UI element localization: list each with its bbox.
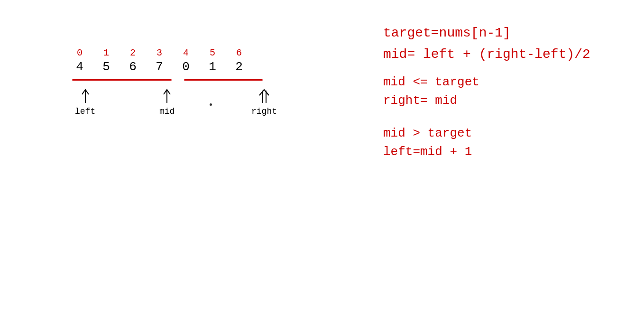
underline-right — [184, 79, 263, 81]
index-2: 2 — [130, 47, 136, 59]
array-row: 0 4 1 5 2 6 3 7 4 0 5 1 — [66, 47, 313, 74]
array-cell-4: 4 0 — [173, 47, 199, 74]
underline-left — [72, 79, 172, 81]
mid-arrow-item: mid — [159, 88, 175, 116]
formula-target: target=nums[n-1] — [383, 24, 630, 42]
array-cell-3: 3 7 — [146, 47, 173, 74]
index-4: 4 — [183, 47, 189, 59]
array-cell-1: 1 5 — [93, 47, 120, 74]
index-0: 0 — [77, 47, 83, 59]
arrows-row: left mid right — [66, 88, 313, 126]
value-4: 0 — [182, 60, 190, 74]
value-5: 1 — [209, 60, 216, 74]
formula-mid: mid= left + (right-left)/2 — [383, 45, 630, 64]
index-5: 5 — [210, 47, 215, 59]
right-label: right — [251, 107, 277, 116]
right-panel: target=nums[n-1] mid= left + (right-left… — [383, 24, 630, 161]
index-1: 1 — [103, 47, 109, 59]
index-3: 3 — [156, 47, 162, 59]
value-6: 2 — [235, 60, 243, 74]
left-arrow-icon — [80, 88, 91, 106]
mid-arrow-icon — [161, 88, 173, 106]
main-container: 0 4 1 5 2 6 3 7 4 0 5 1 — [0, 0, 644, 331]
value-3: 7 — [156, 60, 163, 74]
diagram-area: 0 4 1 5 2 6 3 7 4 0 5 1 — [66, 47, 313, 126]
value-1: 5 — [102, 60, 110, 74]
array-cell-6: 6 2 — [226, 47, 252, 74]
value-0: 4 — [76, 60, 83, 74]
condition-1b: right= mid — [383, 92, 630, 110]
condition-1a: mid <= target — [383, 73, 630, 92]
array-cell-2: 2 6 — [120, 47, 146, 74]
condition-2a: mid > target — [383, 124, 630, 143]
condition-block-2: mid > target left=mid + 1 — [383, 124, 630, 161]
right-arrow-icon — [258, 88, 271, 106]
left-arrow-item: left — [75, 88, 95, 116]
array-cell-0: 0 4 — [66, 47, 93, 74]
condition-2b: left=mid + 1 — [383, 143, 630, 161]
value-2: 6 — [129, 60, 137, 74]
underlines-container — [66, 77, 313, 83]
array-cell-5: 5 1 — [199, 47, 226, 74]
right-arrow-item: right — [251, 88, 277, 116]
condition-block-1: mid <= target right= mid — [383, 73, 630, 110]
left-label: left — [75, 107, 95, 116]
index-6: 6 — [236, 47, 242, 59]
mid-label: mid — [159, 107, 175, 116]
